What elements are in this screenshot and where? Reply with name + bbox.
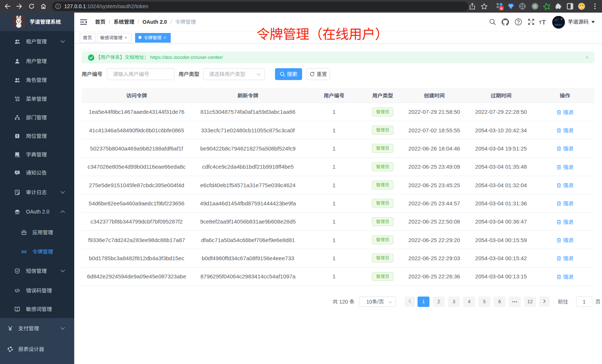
svg-text:T: T bbox=[542, 19, 546, 26]
svg-text:T: T bbox=[539, 20, 542, 25]
svg-text:9: 9 bbox=[500, 7, 502, 10]
